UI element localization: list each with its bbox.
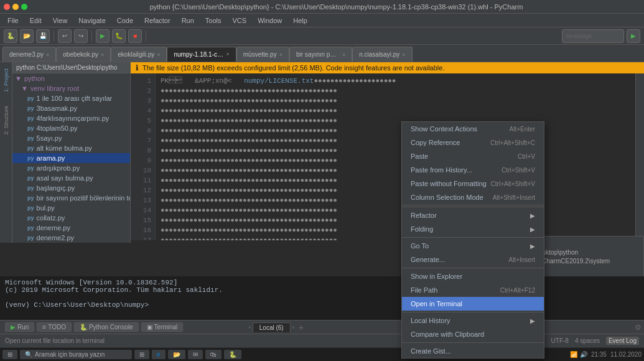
ctx-create-gist[interactable]: Create Gist... bbox=[402, 344, 544, 358]
ctx-goto[interactable]: Go To ▶ bbox=[402, 239, 544, 253]
tree-item-4farkli[interactable]: py 4farklısayınınçarpımı.py bbox=[12, 113, 130, 123]
terminal-button[interactable]: ▣ Terminal bbox=[141, 322, 184, 332]
ctx-show-explorer[interactable]: Show in Explorer bbox=[402, 270, 544, 283]
file-tree[interactable]: ▼ python ▼ venv library root py 1 ile 10… bbox=[12, 73, 130, 243]
tree-item-4farkli-label: 4farklısayınınçarpımı.py bbox=[37, 115, 110, 122]
menu-navigate[interactable]: Navigate bbox=[73, 16, 110, 26]
tree-item-python[interactable]: ▼ python bbox=[12, 73, 130, 83]
ctx-generate[interactable]: Generate... Alt+Insert bbox=[402, 253, 544, 266]
ctx-goto-label: Go To bbox=[411, 242, 429, 250]
toolbar-open-btn[interactable]: 📂 bbox=[20, 29, 34, 43]
toolbar-run-btn[interactable]: ▶ bbox=[96, 29, 110, 43]
menu-code[interactable]: Code bbox=[112, 16, 138, 26]
ctx-open-terminal[interactable]: Open in Terminal bbox=[402, 297, 544, 311]
tree-item-5sayi[interactable]: py 5sayı.py bbox=[12, 133, 130, 143]
menu-edit[interactable]: Edit bbox=[25, 16, 47, 26]
tree-item-arama[interactable]: py arama.py bbox=[12, 153, 130, 163]
minimize-icon[interactable] bbox=[12, 4, 19, 10]
python-console-button[interactable]: 🐍 Python Console bbox=[74, 322, 139, 332]
menu-vcs[interactable]: VCS bbox=[228, 16, 252, 26]
tab-musvette[interactable]: müsvette.py × bbox=[236, 47, 289, 62]
tab-birsayi[interactable]: bir sayının pozitif bölenlerinin toplamı… bbox=[289, 47, 352, 62]
ctx-folding[interactable]: Folding ▶ bbox=[402, 222, 544, 236]
tree-item-deneme2[interactable]: py deneme2.py bbox=[12, 233, 130, 243]
taskbar-task-view[interactable]: ⊞ bbox=[134, 350, 149, 359]
toolbar-search-btn[interactable]: ekoklailgili bbox=[562, 29, 624, 43]
tab-musvette-close[interactable]: × bbox=[279, 52, 282, 58]
project-side-tab[interactable]: 1: Project bbox=[2, 65, 11, 96]
ctx-refactor[interactable]: Refactor ▶ bbox=[402, 209, 544, 222]
term-add-button[interactable]: + bbox=[296, 322, 306, 332]
ctx-copy-reference[interactable]: Copy Reference Ctrl+Alt+Shift+C bbox=[402, 136, 544, 149]
toolbar-redo-btn[interactable]: ↪ bbox=[74, 29, 88, 43]
toolbar-run2-btn[interactable]: ▶ bbox=[627, 29, 640, 43]
tab-ekoklailgili-close[interactable]: × bbox=[157, 52, 160, 58]
tree-item-venv[interactable]: ▼ venv library root bbox=[12, 83, 130, 93]
ctx-paste[interactable]: Paste Ctrl+V bbox=[402, 149, 544, 163]
menu-tools[interactable]: Tools bbox=[200, 16, 226, 26]
taskbar-search[interactable]: 🔍 Aramak için buraya yazın bbox=[20, 350, 132, 359]
titlebar: python {C:\Users\User\Desktop\python} - … bbox=[0, 0, 644, 14]
tree-item-1ile100[interactable]: py 1 ile 100 arası çift sayılar bbox=[12, 93, 130, 103]
tab-numpy[interactable]: numpy-1.18.1-cp38-cp38-win32 (1).whl × bbox=[167, 47, 236, 62]
toolbar-stop-btn[interactable]: ■ bbox=[128, 29, 142, 43]
toolbar-python-btn[interactable]: 🐍 bbox=[4, 29, 17, 43]
ctx-column-selection[interactable]: Column Selection Mode Alt+Shift+Insert bbox=[402, 190, 544, 205]
taskbar-python[interactable]: 🐍 bbox=[224, 350, 241, 359]
tree-item-asalsayi[interactable]: py asal sayı bulma.py bbox=[12, 173, 130, 183]
menu-help[interactable]: Help bbox=[288, 16, 312, 26]
taskbar-edge[interactable]: e bbox=[152, 350, 166, 359]
tree-item-collatz[interactable]: py collatz.py bbox=[12, 213, 130, 223]
close-icon[interactable] bbox=[4, 4, 10, 10]
tab-deneme3[interactable]: deneme3.py × bbox=[2, 47, 56, 62]
term-tab-local6[interactable]: Local (6) bbox=[253, 322, 291, 332]
py-icon-13: py bbox=[27, 215, 34, 221]
todo-button[interactable]: ≡ TODO bbox=[37, 322, 72, 332]
tab-ekoklailgili[interactable]: ekoklailgili.py × bbox=[111, 47, 167, 62]
tab-nciasalsayi-close[interactable]: × bbox=[402, 52, 405, 58]
structure-side-tab[interactable]: 2: Structure bbox=[2, 102, 11, 139]
tree-item-4toplam[interactable]: py 4toplam50.py bbox=[12, 123, 130, 133]
menu-view[interactable]: View bbox=[48, 16, 73, 26]
tab-birsayi-close[interactable]: × bbox=[342, 52, 345, 58]
ctx-file-path[interactable]: File Path Ctrl+Alt+F12 bbox=[402, 283, 544, 297]
toolbar-undo-btn[interactable]: ↩ bbox=[58, 29, 72, 43]
taskbar-store[interactable]: 🛍 bbox=[205, 350, 222, 359]
py-icon-7: py bbox=[27, 155, 34, 161]
tree-item-3basamak[interactable]: py 3basamak.py bbox=[12, 103, 130, 113]
menu-run[interactable]: Run bbox=[177, 16, 199, 26]
menu-refactor[interactable]: Refactor bbox=[139, 16, 175, 26]
tree-item-birsayi2[interactable]: py bir sayının pozitif bölenlerinin topl… bbox=[12, 193, 130, 203]
menu-window[interactable]: Window bbox=[253, 16, 287, 26]
toolbar-debug-btn[interactable]: 🐛 bbox=[112, 29, 126, 43]
term-close-local6[interactable]: × bbox=[292, 324, 295, 331]
taskbar-mail[interactable]: ✉ bbox=[188, 350, 203, 359]
tree-item-altkume[interactable]: py alt küme bulma.py bbox=[12, 143, 130, 153]
ctx-paste-no-format[interactable]: Paste without Formatting Ctrl+Alt+Shift+… bbox=[402, 177, 544, 190]
tab-obebekok[interactable]: obebekok.py × bbox=[56, 47, 111, 62]
tree-item-4toplam-label: 4toplam50.py bbox=[37, 124, 78, 132]
taskbar-search-icon: 🔍 bbox=[25, 351, 32, 358]
ctx-show-context-actions[interactable]: Show Context Actions Alt+Enter bbox=[402, 122, 544, 136]
tab-nciasalsayi[interactable]: n.ciasalsayi.py × bbox=[352, 47, 412, 62]
run-button[interactable]: ▶ Run bbox=[5, 322, 34, 332]
statusbar-event-log[interactable]: Event Log bbox=[606, 337, 639, 345]
ctx-paste-history[interactable]: Paste from History... Ctrl+Shift+V bbox=[402, 163, 544, 177]
tab-obebekok-close[interactable]: × bbox=[101, 52, 104, 58]
toolbar-save-btn[interactable]: 💾 bbox=[36, 29, 50, 43]
tree-item-baslangic[interactable]: py başlangıç.py bbox=[12, 183, 130, 193]
menu-file[interactable]: File bbox=[2, 16, 24, 26]
tab-deneme3-close[interactable]: × bbox=[46, 52, 49, 58]
code-editor[interactable]: PK &APP;xn@< numpy/LICENSE.txt●●●●●●●●… bbox=[156, 73, 635, 240]
ctx-compare-clipboard[interactable]: Compare with Clipboard bbox=[402, 327, 544, 341]
tree-item-deneme[interactable]: py deneme.py bbox=[12, 223, 130, 233]
maximize-icon[interactable] bbox=[21, 4, 27, 10]
taskbar-folder[interactable]: 📂 bbox=[168, 350, 185, 359]
taskbar-start[interactable]: ⊞ bbox=[2, 350, 17, 359]
tree-item-ardisik[interactable]: py ardışıkprob.py bbox=[12, 163, 130, 173]
tree-item-bul[interactable]: py bul.py bbox=[12, 203, 130, 213]
editor-content[interactable]: 12345 678910 1112131415 161718 PK &APP… bbox=[131, 73, 644, 240]
tab-numpy-close[interactable]: × bbox=[226, 51, 229, 57]
term-settings-icon[interactable]: ⚙ bbox=[635, 323, 642, 332]
ctx-local-history[interactable]: Local History ▶ bbox=[402, 314, 544, 327]
